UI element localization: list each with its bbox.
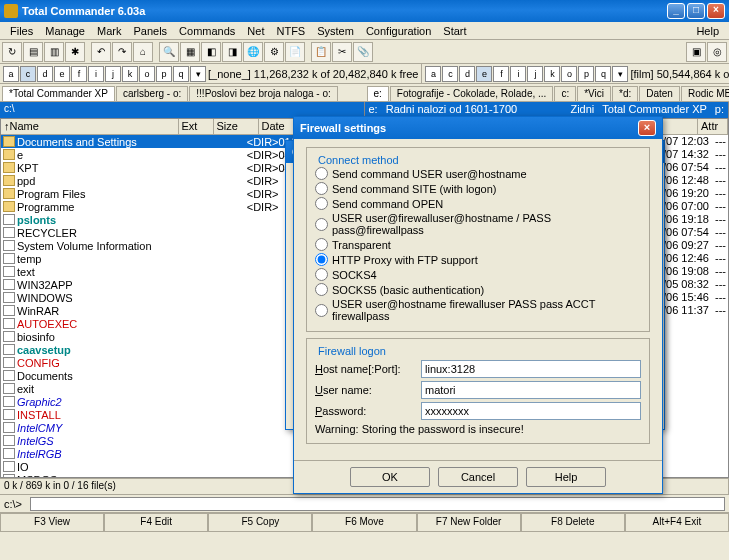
col-ext[interactable]: Ext	[179, 119, 214, 134]
radio-input[interactable]	[315, 238, 328, 251]
drive-button[interactable]: o	[139, 66, 155, 82]
command-input[interactable]	[30, 497, 725, 511]
panel-tab[interactable]: Rodic MB - Ruckice	[681, 86, 729, 101]
drive-button[interactable]: e	[54, 66, 70, 82]
f7-newfolder[interactable]: F7 New Folder	[417, 513, 521, 532]
maximize-button[interactable]: □	[687, 3, 705, 19]
close-button[interactable]: ×	[707, 3, 725, 19]
panel-tab[interactable]: *Vici	[577, 86, 611, 101]
radio-input[interactable]	[315, 182, 328, 195]
radio-input[interactable]	[315, 268, 328, 281]
tb-icon[interactable]: ▥	[44, 42, 64, 62]
tb-icon[interactable]: 📄	[285, 42, 305, 62]
col-size[interactable]: Size	[214, 119, 259, 134]
radio-input[interactable]	[315, 218, 328, 231]
ok-button[interactable]: OK	[350, 467, 430, 487]
drive-button[interactable]: k	[544, 66, 560, 82]
drive-button[interactable]: a	[425, 66, 441, 82]
tb-icon[interactable]: ⌂	[133, 42, 153, 62]
connect-method-option[interactable]: Send command OPEN	[315, 196, 641, 211]
f3-view[interactable]: F3 View	[0, 513, 104, 532]
password-input[interactable]	[421, 402, 641, 420]
panel-tab[interactable]: !!!Poslovi bez broja naloga - o:	[189, 86, 338, 101]
altf4-exit[interactable]: Alt+F4 Exit	[625, 513, 729, 532]
drive-button[interactable]: j	[105, 66, 121, 82]
connect-method-option[interactable]: Send command USER user@hostname	[315, 166, 641, 181]
drive-button[interactable]: o	[561, 66, 577, 82]
radio-input[interactable]	[315, 197, 328, 210]
drive-button[interactable]: k	[122, 66, 138, 82]
tb-icon[interactable]: 📋	[311, 42, 331, 62]
panel-tab[interactable]: e:	[367, 86, 389, 101]
connect-method-option[interactable]: Send command SITE (with logon)	[315, 181, 641, 196]
tb-icon[interactable]: ✂	[332, 42, 352, 62]
drive-button[interactable]: p	[578, 66, 594, 82]
menu-item[interactable]: System	[311, 25, 360, 37]
menu-item[interactable]: Panels	[127, 25, 173, 37]
panel-tab[interactable]: carlsberg - o:	[116, 86, 188, 101]
cancel-button[interactable]: Cancel	[438, 467, 518, 487]
drive-button[interactable]: j	[527, 66, 543, 82]
col-attr[interactable]: Attr	[698, 119, 728, 134]
menu-item[interactable]: Net	[241, 25, 270, 37]
drive-button[interactable]: a	[3, 66, 19, 82]
menu-item[interactable]: Mark	[91, 25, 127, 37]
f6-move[interactable]: F6 Move	[312, 513, 416, 532]
drive-button[interactable]: c	[442, 66, 458, 82]
menu-item[interactable]: Configuration	[360, 25, 437, 37]
radio-input[interactable]	[315, 167, 328, 180]
tb-ftp-icon[interactable]: 🌐	[243, 42, 263, 62]
connect-method-option[interactable]: SOCKS5 (basic authentication)	[315, 282, 641, 297]
drive-button[interactable]: i	[510, 66, 526, 82]
f5-copy[interactable]: F5 Copy	[208, 513, 312, 532]
radio-input[interactable]	[315, 304, 328, 317]
f4-edit[interactable]: F4 Edit	[104, 513, 208, 532]
drive-button[interactable]: i	[88, 66, 104, 82]
panel-tab[interactable]: *d:	[612, 86, 638, 101]
drive-button[interactable]: d	[37, 66, 53, 82]
radio-input[interactable]	[315, 283, 328, 296]
connect-method-option[interactable]: USER user@firewalluser@hostname / PASS p…	[315, 211, 641, 237]
drive-button[interactable]: f	[71, 66, 87, 82]
menu-item[interactable]: Start	[437, 25, 472, 37]
drive-button[interactable]: c	[20, 66, 36, 82]
tb-icon[interactable]: ⚙	[264, 42, 284, 62]
drive-button[interactable]: p	[156, 66, 172, 82]
tb-icon[interactable]: ◎	[707, 42, 727, 62]
tb-refresh-icon[interactable]: ↻	[2, 42, 22, 62]
help-button[interactable]: Help	[526, 467, 606, 487]
drive-button[interactable]: f	[493, 66, 509, 82]
tb-icon[interactable]: ◧	[201, 42, 221, 62]
tb-search-icon[interactable]: 🔍	[159, 42, 179, 62]
minimize-button[interactable]: _	[667, 3, 685, 19]
menu-help[interactable]: Help	[690, 25, 725, 37]
tb-icon[interactable]: ↶	[91, 42, 111, 62]
f8-delete[interactable]: F8 Delete	[521, 513, 625, 532]
panel-tab[interactable]: c:	[554, 86, 576, 101]
host-input[interactable]	[421, 360, 641, 378]
radio-input[interactable]	[315, 253, 328, 266]
tb-icon[interactable]: ✱	[65, 42, 85, 62]
tb-icon[interactable]: ▤	[23, 42, 43, 62]
user-input[interactable]	[421, 381, 641, 399]
connect-method-option[interactable]: SOCKS4	[315, 267, 641, 282]
drive-button[interactable]: d	[459, 66, 475, 82]
connect-method-option[interactable]: USER user@hostname firewalluser PASS pas…	[315, 297, 641, 323]
drive-dropdown-icon[interactable]: ▾	[612, 66, 628, 82]
connect-method-option[interactable]: Transparent	[315, 237, 641, 252]
drive-button[interactable]: q	[173, 66, 189, 82]
tb-icon[interactable]: 📎	[353, 42, 373, 62]
close-icon[interactable]: ×	[638, 120, 656, 136]
menu-item[interactable]: Manage	[39, 25, 91, 37]
panel-tab[interactable]: *Total Commander XP	[2, 86, 115, 101]
path-right[interactable]: e:	[369, 103, 378, 117]
menu-item[interactable]: NTFS	[270, 25, 311, 37]
tb-icon[interactable]: ▣	[686, 42, 706, 62]
drive-button[interactable]: e	[476, 66, 492, 82]
menu-item[interactable]: Files	[4, 25, 39, 37]
tb-icon[interactable]: ▦	[180, 42, 200, 62]
panel-tab[interactable]: Fotografije - Cokolade, Rolade, ...	[390, 86, 554, 101]
drive-button[interactable]: q	[595, 66, 611, 82]
col-name[interactable]: ↑Name	[1, 119, 179, 134]
tb-icon[interactable]: ◨	[222, 42, 242, 62]
